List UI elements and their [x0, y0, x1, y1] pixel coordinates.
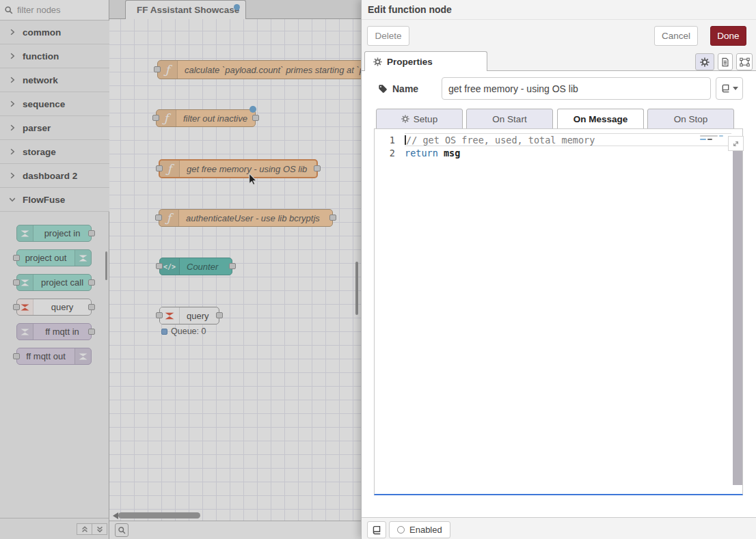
palette-node-label: query [33, 302, 91, 312]
status-text: Queue: 0 [171, 327, 206, 336]
palette-category-flowfuse[interactable]: FlowFuse [0, 188, 109, 212]
search-icon [118, 526, 126, 535]
code-editor[interactable]: 1 // get OS free, used, total memory 2 r… [374, 128, 743, 495]
tab-properties[interactable]: Properties [364, 51, 487, 71]
canvas-horizontal-scrollbar[interactable] [118, 512, 200, 519]
category-label: common [23, 27, 61, 38]
palette-category-function[interactable]: function [0, 44, 109, 68]
node-name-input[interactable] [442, 77, 711, 100]
code-keyword: return [405, 148, 438, 158]
appearance-button[interactable] [736, 53, 753, 70]
line-number: 1 [375, 135, 405, 146]
palette-category-storage[interactable]: storage [0, 140, 109, 164]
output-port[interactable] [229, 263, 236, 269]
node-calculate-primes[interactable]: ƒ calculate `payload.count` primes start… [157, 60, 361, 79]
filter-nodes-input[interactable] [17, 5, 98, 15]
label-options-button[interactable] [716, 77, 743, 100]
input-port[interactable] [156, 165, 163, 171]
chevron-right-icon [8, 76, 16, 84]
palette-node-query[interactable]: query [16, 299, 92, 316]
canvas-footer [109, 521, 361, 539]
flow-canvas[interactable]: ƒ calculate `payload.count` primes start… [109, 19, 361, 521]
enabled-circle-icon [397, 526, 405, 534]
collapse-all-button[interactable] [77, 523, 92, 535]
chevron-down-icon [8, 195, 16, 204]
palette-scrollbar[interactable] [105, 251, 107, 280]
output-port[interactable] [252, 115, 259, 121]
output-port[interactable] [314, 165, 321, 171]
flow-modified-dot [234, 4, 240, 10]
input-port[interactable] [13, 304, 20, 310]
node-filter-out-inactive[interactable]: ƒ filter out inactive [156, 109, 256, 127]
tab-setup[interactable]: Setup [376, 109, 463, 129]
delete-button[interactable]: Delete [367, 26, 409, 46]
tab-on-start[interactable]: On Start [466, 109, 553, 129]
palette-category-network[interactable]: network [0, 68, 109, 92]
tray-header: Edit function node Delete Cancel Done Pr… [362, 0, 756, 71]
palette-category-common[interactable]: common [0, 20, 109, 44]
library-button[interactable] [367, 521, 386, 538]
chevron-right-icon [8, 28, 16, 36]
palette-node-project-out[interactable]: project out [16, 249, 92, 266]
node-label: Counter [180, 258, 232, 275]
palette-node-ff-mqtt-in[interactable]: ff mqtt in [16, 323, 92, 340]
palette-node-project-call[interactable]: project call [16, 274, 92, 291]
input-port[interactable] [13, 353, 20, 359]
category-label: function [23, 51, 59, 61]
chevron-right-icon [8, 100, 16, 108]
input-port[interactable] [155, 215, 162, 221]
palette-category-parser[interactable]: parser [0, 116, 109, 140]
tab-on-stop[interactable]: On Stop [647, 109, 734, 129]
input-port[interactable] [13, 279, 20, 286]
scroll-left-arrow-icon[interactable] [113, 512, 118, 519]
node-query-status: Queue: 0 [161, 327, 206, 336]
cancel-button[interactable]: Cancel [654, 26, 698, 46]
palette-node-ff-mqtt-out[interactable]: ff mqtt out [16, 348, 92, 365]
output-port[interactable] [88, 304, 95, 310]
input-port[interactable] [154, 66, 161, 72]
node-label: get free memory - using OS lib [180, 161, 316, 177]
output-port[interactable] [329, 215, 336, 221]
editor-line: 1 // get OS free, used, total memory [375, 133, 742, 146]
palette-node-label: ff mqtt in [33, 327, 91, 337]
canvas-vertical-scrollbar[interactable] [355, 262, 358, 315]
node-authenticate-user[interactable]: ƒ authenticateUser - use lib bcryptjs [159, 209, 333, 227]
editor-scrollbar[interactable] [733, 148, 742, 485]
input-port[interactable] [156, 312, 163, 318]
input-port[interactable] [156, 263, 163, 269]
flow-area: FF Assistant Showcase ƒ calculate `paylo… [109, 0, 361, 539]
gear-icon [700, 57, 710, 67]
function-icon: ƒ [159, 210, 179, 226]
expand-editor-button[interactable] [728, 136, 744, 151]
expand-all-button[interactable] [92, 523, 107, 535]
palette-category-sequence[interactable]: sequence [0, 92, 109, 116]
palette-node-label: project call [33, 277, 91, 288]
category-label: parser [23, 123, 51, 133]
palette-node-project-in[interactable]: project in [16, 225, 92, 242]
output-port[interactable] [88, 230, 95, 236]
done-button[interactable]: Done [710, 26, 746, 46]
enabled-toggle-button[interactable]: Enabled [389, 521, 450, 538]
properties-gear-button[interactable] [695, 53, 714, 70]
node-get-free-memory[interactable]: ƒ get free memory - using OS lib [159, 159, 318, 178]
flowfuse-logo-icon [75, 348, 91, 364]
node-query[interactable]: query [159, 307, 219, 324]
editor-line: 2 return msg [375, 146, 742, 159]
node-counter[interactable]: </> Counter [159, 258, 232, 275]
tab-on-message[interactable]: On Message [557, 109, 644, 129]
palette-node-label: project in [33, 228, 91, 238]
input-port[interactable] [13, 255, 20, 261]
input-port[interactable] [152, 115, 159, 121]
tray-title: Edit function node [368, 0, 452, 19]
node-label: authenticateUser - use lib bcryptjs [179, 210, 332, 226]
description-button[interactable] [718, 53, 733, 70]
palette-category-dashboard2[interactable]: dashboard 2 [0, 164, 109, 188]
chevron-right-icon [8, 171, 16, 180]
output-port[interactable] [216, 312, 223, 318]
flowfuse-logo-icon [75, 250, 91, 266]
flow-tab-label: FF Assistant Showcase [137, 5, 239, 15]
output-port[interactable] [88, 279, 95, 286]
flow-tab[interactable]: FF Assistant Showcase [125, 0, 246, 19]
output-port[interactable] [88, 329, 95, 335]
canvas-search-button[interactable] [115, 523, 129, 537]
